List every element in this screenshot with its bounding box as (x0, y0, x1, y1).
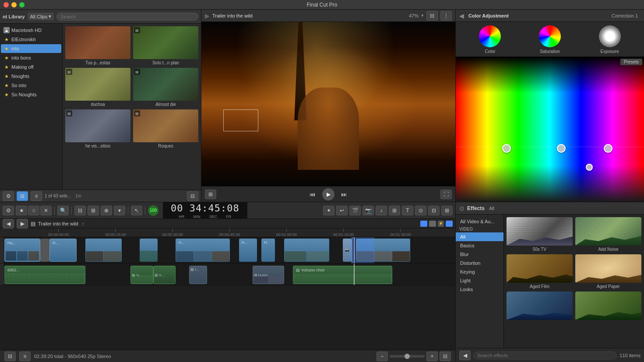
video-track-button[interactable]: 🎬 (349, 206, 361, 215)
magic-wand-button[interactable]: ✦ (323, 206, 334, 215)
track-height-button[interactable] (446, 221, 453, 227)
color-gradient-area[interactable]: + Presets (456, 57, 644, 202)
effects-cat-basics[interactable]: Basics (456, 241, 503, 250)
audio-clip[interactable]: ▤ V... (130, 266, 153, 284)
zoom-out-button[interactable]: − (377, 351, 388, 361)
audio-button[interactable]: ♪ (376, 206, 387, 215)
effects-cat-keying[interactable]: Keying (456, 267, 503, 276)
search-input[interactable] (56, 13, 198, 21)
sidebar-item-into-bons[interactable]: ★ into bons (1, 53, 61, 62)
status-list-button[interactable]: ≡ (19, 351, 31, 361)
maximize-button[interactable] (19, 2, 25, 7)
layout-button[interactable]: ⊞ (441, 206, 453, 215)
video-clip[interactable] (85, 239, 121, 262)
sidebar-item-so-noughts[interactable]: ★ So Noughts (1, 90, 61, 99)
color-tool-saturation[interactable]: Saturation (539, 25, 561, 54)
audio-clip[interactable]: 6952... (4, 266, 85, 284)
overwrite-button[interactable]: ⊟ (74, 206, 86, 215)
go-to-end-button[interactable]: ⏭ (340, 190, 348, 199)
audio-track-content[interactable]: 6952... ▤ V... ▤ V... (4, 264, 455, 285)
color-tool-color[interactable]: Color (479, 25, 501, 54)
zoom-thumb[interactable] (405, 354, 410, 359)
list-view-button[interactable]: ≡ (31, 191, 42, 201)
layout-icon[interactable]: ⊞ (205, 190, 216, 199)
color-handle-4[interactable] (586, 164, 593, 171)
sidebar-item-into[interactable]: ★ into (1, 44, 61, 53)
effects-back-button[interactable]: ◀ (459, 351, 471, 360)
effects-cat-all-video[interactable]: All Video & Au... (456, 217, 503, 226)
color-handle-2[interactable] (557, 144, 566, 153)
video-clip[interactable]: H... (49, 239, 77, 262)
undo-button[interactable]: ↩ (336, 206, 348, 215)
zoom-fit-button[interactable]: ⊟ (440, 351, 451, 361)
video-clip[interactable] (284, 239, 329, 262)
project-back-button[interactable]: ◀ (3, 219, 14, 228)
video-clip[interactable] (140, 239, 158, 262)
list-item[interactable]: ▤ Solo t...n plan (133, 26, 198, 65)
list-item[interactable]: Tus p...estas (65, 26, 130, 65)
play-button[interactable]: ▶ (322, 188, 334, 200)
audio-clip[interactable]: ▤ Volcano choir (293, 266, 392, 284)
grid-view-button[interactable]: ⊞ (17, 191, 28, 201)
connect-button[interactable]: ▾ (114, 206, 125, 215)
fullscreen-icon[interactable]: ⛶ (440, 190, 452, 199)
video-clip[interactable]: 📷 (343, 239, 352, 262)
color-handle-3[interactable] (604, 144, 612, 153)
video-clip[interactable]: H. (261, 239, 275, 262)
list-item[interactable]: ▤ Almost die (133, 68, 198, 107)
preview-layout-button[interactable]: ⊞ (205, 190, 216, 199)
effect-item-add-noise[interactable]: Add Noise (575, 217, 641, 252)
filter-button[interactable]: ⊟ (187, 191, 198, 201)
color-panel-back-button[interactable]: ◀ (459, 12, 464, 19)
audio-clip[interactable]: ▤ LLocs (253, 266, 284, 284)
preview-settings-button[interactable]: ⊟ (426, 11, 438, 21)
effects-cat-light[interactable]: Light (456, 276, 503, 285)
append-button[interactable]: ⊞ (88, 206, 99, 215)
sidebar-item-so-into[interactable]: ★ So into (1, 81, 61, 90)
close-button[interactable] (4, 2, 9, 7)
fullscreen-button[interactable]: ⛶ (440, 190, 452, 199)
effects-cat-looks[interactable]: Looks (456, 285, 503, 294)
settings-button[interactable]: ⚙ (3, 191, 14, 201)
list-item[interactable]: ▤ Roques (133, 109, 198, 148)
sidebar-item-noughts[interactable]: ★ Noughts (1, 72, 61, 81)
video-clip[interactable]: Ha... (4, 239, 40, 262)
timeline-tracks[interactable]: Ha... H... (0, 237, 455, 350)
video-clip[interactable]: H... (176, 239, 230, 262)
sidebar-item-making-off[interactable]: ★ Making off (1, 63, 61, 71)
preview-more-button[interactable]: ⋮ (440, 11, 452, 21)
effect-item-50stv[interactable]: 50s TV (507, 217, 573, 252)
audio-clip[interactable]: ▤ I... (189, 266, 207, 284)
color-tool-exposure[interactable]: Exposure (599, 25, 621, 54)
transform-button[interactable]: ⊟ (428, 206, 440, 215)
select-tool-button[interactable]: ↖ (131, 206, 142, 215)
list-item[interactable]: ▤ duchsa (65, 68, 130, 107)
sidebar-item-electronikh[interactable]: ★ ElEctronikh (1, 35, 61, 44)
sidebar-item-macintosh[interactable]: 💾 Macintosh HD (1, 26, 61, 35)
video-clip[interactable]: H... (239, 239, 257, 262)
audio-clip[interactable]: ▤ V... (153, 266, 176, 284)
go-to-start-button[interactable]: ⏮ (308, 190, 317, 199)
zoom-slider[interactable] (390, 355, 425, 358)
generator-button[interactable]: ⊙ (415, 206, 426, 215)
color-handle-1[interactable] (502, 144, 511, 153)
keyword-button[interactable]: 🔍 (57, 206, 69, 215)
snap-button[interactable]: ⚡ (438, 221, 444, 227)
titles-button[interactable]: ⊞ (389, 206, 400, 215)
favorite-button[interactable]: ★ (16, 206, 27, 215)
effect-item-more1[interactable] (507, 292, 573, 320)
effect-item-more2[interactable] (575, 292, 641, 320)
minimize-button[interactable] (11, 2, 17, 7)
effects-search-input[interactable] (473, 351, 617, 359)
timeline-settings-button[interactable]: ⚙ (3, 206, 14, 215)
unfavorite-button[interactable]: ☆ (28, 206, 39, 215)
project-play-button[interactable]: ▶ (17, 219, 28, 228)
insert-button[interactable]: ⊕ (101, 206, 112, 215)
presets-button[interactable]: Presets (620, 59, 642, 65)
video-track-content[interactable]: Ha... H... (4, 237, 455, 263)
effect-item-aged-film[interactable]: Aged Film (507, 254, 573, 289)
effects-cat-all[interactable]: All (456, 232, 503, 241)
effects-cat-distortion[interactable]: Distortion (456, 259, 503, 267)
clips-dropdown[interactable]: All Clips ▾ (28, 13, 54, 20)
effects-cat-blur[interactable]: Blur (456, 250, 503, 259)
